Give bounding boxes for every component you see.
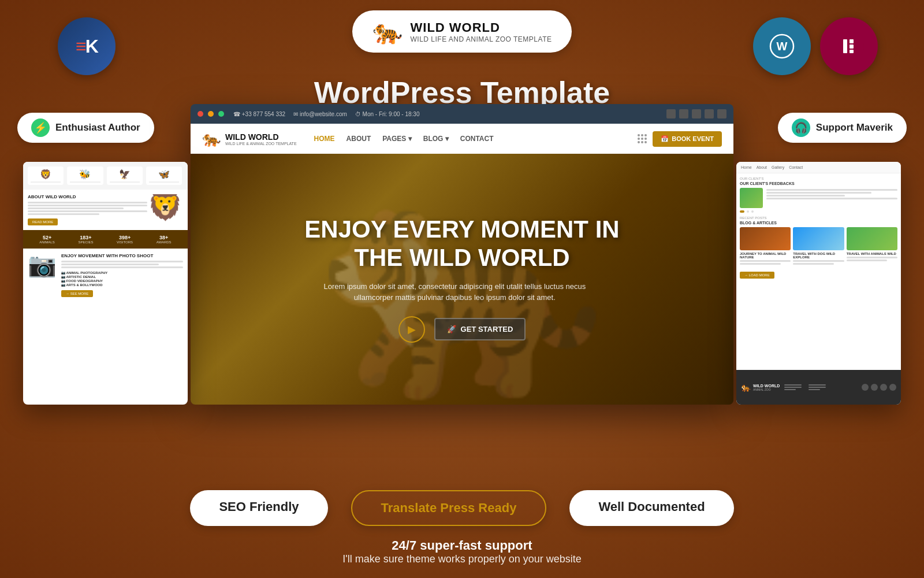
- right-panel-nav: Home About Gallery Contact: [741, 165, 896, 169]
- hero-buttons: ▶ 🚀 GET STARTED: [304, 316, 619, 343]
- brand-icon-left: ≡K: [58, 17, 116, 75]
- load-more-button[interactable]: → LOAD MORE: [740, 272, 774, 279]
- browser-info: ☎ +33 877 554 332 ✉ info@website.com ⏱ M…: [233, 111, 420, 117]
- hero-content: ENJOY EVERY MOMENT INTHE WILD WORLD Lore…: [304, 216, 619, 343]
- grid-menu-icon[interactable]: [638, 134, 647, 143]
- twitter-icon: [679, 109, 688, 118]
- footer-links: [784, 384, 826, 390]
- text-line: [28, 202, 147, 203]
- preview-animals-row: 🦁 🐝 🦅 🦋: [23, 162, 188, 190]
- book-event-button[interactable]: 📅 BOOK EVENT: [653, 131, 722, 147]
- badge-left-label: Enthusiast Author: [55, 122, 140, 134]
- nav-about[interactable]: ABOUT: [346, 135, 371, 143]
- page-wrapper: ≡K 🐅 WILD WORLD WILD LIFE AND ANIMAL ZOO…: [0, 0, 924, 578]
- blog-image-3: [847, 227, 897, 250]
- nav-links: HOME ABOUT PAGES ▾ BLOG ▾ CONTACT: [314, 135, 632, 143]
- stat-4: 38+ AWARDS: [157, 235, 172, 244]
- social-icons: [666, 109, 726, 118]
- footer-social-icon: [880, 384, 887, 391]
- footer-col-1: [784, 384, 802, 390]
- elementor-icon: [820, 17, 878, 75]
- nav-item: Home: [741, 165, 752, 169]
- photographer-icon: 📷: [28, 253, 57, 276]
- hero-description: Lorem ipsum dolor sit amet, consectetur …: [304, 281, 605, 303]
- feedback-text: [766, 188, 897, 199]
- badge-enthusiast-author: ⚡ Enthusiast Author: [17, 113, 154, 143]
- svg-point-3: [834, 31, 864, 61]
- youtube-icon: [717, 109, 726, 118]
- badge-left-icon: ⚡: [31, 118, 50, 137]
- tiger-icon: 🐅: [372, 17, 403, 46]
- seo-friendly-pill: SEO Friendly: [190, 490, 327, 526]
- play-button[interactable]: ▶: [398, 316, 425, 343]
- window-dot-red: [198, 111, 203, 117]
- badge-right-icon: 🎧: [792, 118, 810, 137]
- read-more-button[interactable]: READ MORE: [28, 218, 58, 225]
- feedback-image: [740, 188, 763, 208]
- right-icons: W: [753, 17, 878, 75]
- bottom-text: 24/7 super-fast support I'll make sure t…: [342, 538, 582, 565]
- bee-card: 🐝: [67, 166, 103, 185]
- bird-card: 🦅: [107, 166, 143, 185]
- get-started-button[interactable]: 🚀 GET STARTED: [434, 318, 526, 340]
- email-info: ✉ info@website.com: [293, 111, 347, 117]
- preview-photographer: 📷 ENJOY MOVEMENT WITH PHOTO SHOOT 📷 ANIM…: [23, 249, 188, 302]
- pinterest-icon: [692, 109, 701, 118]
- blog-image-1: [740, 227, 791, 250]
- wordpress-icon: W: [753, 17, 811, 75]
- blog-post-3: TRAVEL WITH ANIMALS WILD: [847, 227, 897, 265]
- blog-text-1: JOURNEY TO ANIMAL WILD NATURE: [740, 252, 791, 259]
- window-dot-yellow: [208, 111, 214, 117]
- badge-right-label: Support Maverik: [816, 122, 893, 134]
- nav-blog[interactable]: BLOG ▾: [423, 135, 449, 143]
- blog-title: BLOG & ARTICLES: [740, 221, 897, 225]
- svg-rect-6: [850, 45, 854, 49]
- lion-icon: 🦁: [147, 194, 183, 222]
- nav-home[interactable]: HOME: [314, 135, 335, 143]
- text-line: [28, 208, 124, 209]
- nav-pages[interactable]: PAGES ▾: [382, 135, 411, 143]
- hours-info: ⏱ Mon - Fri: 9:00 - 18:30: [355, 111, 420, 117]
- book-event-label: BOOK EVENT: [672, 135, 714, 142]
- blog-grid: JOURNEY TO ANIMAL WILD NATURE TRAVEL WIT…: [740, 227, 897, 265]
- hero-section: ENJOY EVERY MOMENT INTHE WILD WORLD Lore…: [191, 154, 733, 405]
- blog-section: RECENT POSTS BLOG & ARTICLES JOURNEY TO …: [740, 216, 897, 279]
- nav-item: Gallery: [772, 165, 784, 169]
- instagram-icon: [705, 109, 714, 118]
- bottom-feature-pills: SEO Friendly Translate Press Ready Well …: [0, 490, 924, 526]
- text-line: [28, 213, 99, 215]
- text-line: [28, 210, 147, 212]
- preview-right-header: Home About Gallery Contact: [736, 162, 901, 173]
- calendar-icon: 📅: [661, 135, 669, 143]
- footer-social-icon: [889, 384, 896, 391]
- feedback-row: [740, 188, 897, 208]
- preview-right-footer: 🐅 WILD WORLD ANIMAL ZOO: [736, 370, 901, 405]
- site-logo-sub: WILD LIFE & ANIMAL ZOO TEMPLATE: [225, 142, 297, 146]
- facebook-icon: [666, 109, 676, 118]
- butterfly-card: 🦋: [146, 166, 182, 185]
- nav-contact[interactable]: CONTACT: [460, 135, 494, 143]
- browser-mockup: ☎ +33 877 554 332 ✉ info@website.com ⏱ M…: [191, 104, 733, 405]
- stat-1: 52+ ANIMALS: [39, 235, 54, 244]
- logo-pill: 🐅 WILD WORLD WILD LIFE AND ANIMAL ZOO TE…: [352, 10, 572, 53]
- svg-rect-4: [843, 39, 847, 53]
- preview-right: Home About Gallery Contact OUR CLIENT'S …: [736, 162, 901, 405]
- svg-rect-5: [850, 39, 854, 43]
- stat-2: 183+ SPECIES: [78, 235, 93, 244]
- see-more-button[interactable]: → SEE MORE: [61, 290, 93, 297]
- preview-about: 🦁 ABOUT WILD WORLD READ MORE: [23, 190, 188, 230]
- footer-social-icon: [862, 384, 869, 391]
- svg-rect-7: [850, 50, 854, 53]
- lion-card: 🦁: [28, 166, 64, 185]
- support-subtitle: I'll make sure theme works properly on y…: [342, 553, 582, 565]
- text-line: [28, 205, 147, 206]
- footer-col-2: [808, 384, 826, 390]
- browser-topbar: ☎ +33 877 554 332 ✉ info@website.com ⏱ M…: [191, 104, 733, 124]
- translate-press-pill: Translate Press Ready: [351, 490, 547, 526]
- preview-stats: 52+ ANIMALS 183+ SPECIES 398+ VISITORS 3…: [23, 230, 188, 249]
- nav-item: About: [757, 165, 767, 169]
- footer-social-icon: [871, 384, 878, 391]
- blog-text-3: TRAVEL WITH ANIMALS WILD: [847, 252, 897, 255]
- feedbacks-section: OUR CLIENT'S OUR CLIENT'S FEEDBACKS: [740, 177, 897, 213]
- blog-label: RECENT POSTS: [740, 216, 897, 220]
